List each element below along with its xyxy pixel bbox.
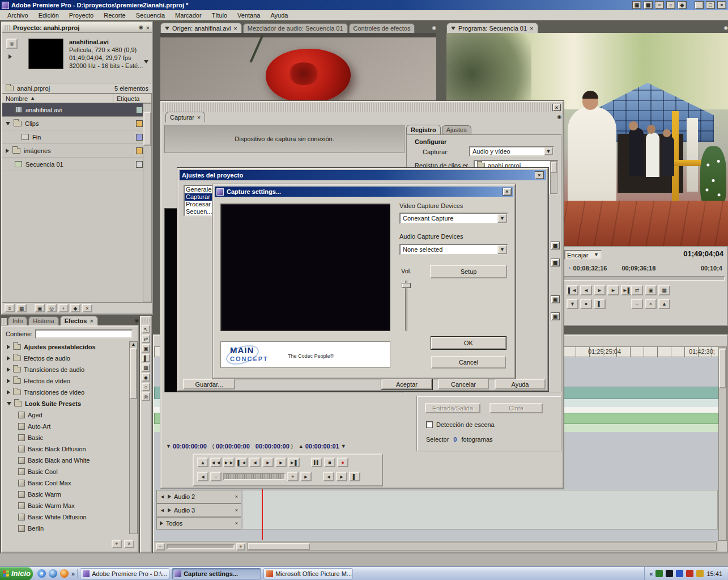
quick-launch-overflow-icon[interactable]: » (71, 570, 75, 577)
menu-edicion[interactable]: Edición (33, 11, 64, 20)
stop-button[interactable]: ■ (324, 458, 335, 467)
setup-button[interactable]: Setup (430, 265, 507, 278)
poster-frame-button[interactable]: ◎ (6, 39, 18, 49)
project-row-imagenes[interactable]: imágenes (2, 144, 143, 158)
tab-capturar[interactable]: Capturar × (165, 112, 205, 122)
tab-efectos[interactable]: Efectos × (60, 316, 98, 325)
settings-item-generales[interactable]: Generales (185, 186, 215, 193)
project-row-fin[interactable]: Fin (2, 130, 143, 144)
hand-tool[interactable]: ○ (142, 383, 150, 391)
form-browse-button[interactable]: ▦ (551, 259, 560, 266)
preset-basic-cool[interactable]: Basic Cool (3, 466, 129, 477)
output-button[interactable]: ▦ (658, 285, 670, 295)
effects-scrollbar[interactable]: ▲ (129, 341, 138, 534)
export-frame-button[interactable]: ▲ (658, 299, 670, 309)
speaker-icon[interactable]: ◄ (160, 494, 165, 499)
track-options-icon[interactable]: × (235, 521, 238, 526)
effects-folder-audio-trans[interactable]: Transiciones de audio (3, 364, 129, 375)
dialog-close-button[interactable]: × (535, 171, 544, 179)
track-header-todos[interactable]: Todos × (156, 517, 241, 530)
preset-basic-black-diffusion[interactable]: Basic Black Diffusion (3, 443, 129, 455)
step-back-button[interactable]: ◄ (249, 458, 261, 467)
capture-in-tc[interactable]: 00:00:00:00 (216, 443, 250, 450)
preset-berlin[interactable]: Berlin (3, 523, 129, 534)
step-forward-button[interactable]: ► (275, 458, 287, 467)
preset-basic-black-and-white[interactable]: Basic Black and White (3, 455, 129, 466)
track-header-audio3[interactable]: ◄ Audio 3 × (156, 503, 241, 517)
to-start-button[interactable]: ▌◄ (236, 458, 248, 467)
preset-basic-warm-max[interactable]: Basic Warm Max (3, 500, 129, 511)
jog-forward-button[interactable]: + (287, 472, 299, 481)
settings-item-secuencia[interactable]: Secuen... (185, 208, 215, 215)
ok-button[interactable]: OK (431, 337, 506, 349)
lift-button[interactable]: − (631, 299, 643, 309)
form-browse-button[interactable]: ▦ (551, 242, 560, 249)
speaker-icon[interactable]: ◄ (160, 508, 165, 513)
tray-icon-green[interactable] (655, 570, 663, 577)
menu-archivo[interactable]: Archivo (2, 11, 33, 20)
globe-launcher-icon[interactable] (49, 569, 57, 578)
track-expand-icon[interactable] (160, 521, 163, 526)
overlay-button[interactable]: ● (580, 299, 592, 309)
new-bin-button[interactable]: + (58, 304, 69, 312)
playhead-line[interactable] (262, 488, 263, 540)
effects-folder-looksuite[interactable]: Look Suite Presets (3, 398, 129, 409)
tab-ajustes[interactable]: Ajustes (442, 125, 471, 134)
shuttle-back-button[interactable]: ◄ (197, 472, 208, 481)
tab-origen[interactable]: Origen: anahifinal.avi × (160, 23, 242, 33)
task-premiere[interactable]: Adobe Premiere Pro - D:\... (80, 568, 169, 579)
project-row-clips[interactable]: Clips (2, 117, 143, 130)
task-capture-settings[interactable]: Capture settings... (172, 568, 261, 579)
new-custom-bin-button[interactable]: + (112, 540, 122, 548)
extract-button[interactable]: × (645, 299, 657, 309)
shuttle-forward-button[interactable]: ► (300, 472, 312, 481)
ripple-edit-tool[interactable]: ▣ (142, 344, 150, 353)
start-button[interactable]: Inicio (0, 567, 33, 580)
close-button[interactable]: × (717, 1, 726, 9)
tray-icon-yellow[interactable] (696, 570, 704, 577)
settings-item-procesar[interactable]: Procesar... (185, 201, 215, 208)
preset-basic-warm[interactable]: Basic Warm (3, 489, 129, 500)
tab-close-icon[interactable]: × (233, 25, 237, 32)
effects-folder-video-trans[interactable]: Transiciones de vídeo (3, 387, 129, 398)
tab-close-icon[interactable]: × (90, 317, 93, 324)
icon-view-button[interactable]: ▦ (16, 304, 27, 312)
trim-button[interactable]: ▌ (594, 299, 606, 309)
browser-launcher-icon[interactable] (60, 569, 69, 578)
safe-margins-button[interactable]: ▣ (645, 285, 657, 295)
selector-value[interactable]: 0 (453, 436, 457, 443)
menu-proyecto[interactable]: Proyecto (64, 11, 99, 20)
menu-recorte[interactable]: Recorte (99, 11, 131, 20)
track-options-icon[interactable]: × (235, 494, 238, 499)
menu-ayuda[interactable]: Ayuda (265, 11, 293, 20)
play-button[interactable]: ► (262, 458, 274, 467)
tab-info[interactable]: Info (8, 316, 27, 325)
tab-close-icon[interactable]: × (197, 114, 201, 121)
menu-titulo[interactable]: Título (207, 11, 233, 20)
dialog-close-button[interactable]: × (503, 188, 512, 196)
ayuda-button[interactable]: Ayuda (495, 379, 546, 390)
volume-slider-track[interactable] (405, 281, 407, 331)
capture-type-dropdown[interactable]: Audio y vídeo ▼ (469, 146, 554, 156)
project-scrollbar[interactable] (143, 103, 152, 302)
video-device-dropdown[interactable]: Conexant Capture ▼ (399, 213, 508, 224)
play-preview-button[interactable] (8, 54, 12, 59)
scene-detect-transport-button[interactable]: ▌ (349, 472, 360, 481)
tape-button[interactable]: Cinta (489, 403, 543, 413)
selection-tool[interactable]: ↖ (142, 325, 150, 333)
play-button[interactable]: ► (594, 285, 606, 295)
capture-current-tc[interactable]: 00:00:00:00 (173, 443, 207, 450)
metadata-collapse-icon[interactable] (144, 60, 148, 63)
find-button[interactable]: ◎ (46, 304, 57, 312)
rewind-button[interactable]: ◄◄ (210, 458, 222, 467)
timeline-v-scrollbar[interactable] (718, 347, 727, 541)
preset-aged[interactable]: Aged (3, 409, 129, 421)
track-expand-icon[interactable] (168, 494, 171, 499)
fast-forward-button[interactable]: ►► (223, 458, 235, 467)
tray-icon-red[interactable] (686, 570, 693, 577)
step-forward-button[interactable]: ► (607, 285, 619, 295)
form-browse-button[interactable]: ▣ (551, 312, 560, 320)
menu-ventana[interactable]: Ventana (232, 11, 265, 20)
list-view-button[interactable]: ≡ (5, 304, 15, 312)
zoom-in-button[interactable]: + (236, 543, 245, 551)
